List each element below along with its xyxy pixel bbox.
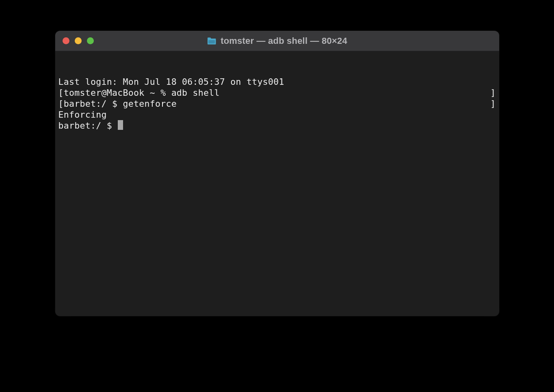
terminal-line: [tomster@MacBook ~ % adb shell] — [58, 87, 496, 98]
terminal-line-text: [tomster@MacBook ~ % adb shell — [58, 87, 220, 98]
terminal-line: [barbet:/ $ getenforce] — [58, 98, 496, 109]
terminal-line-text: [barbet:/ $ getenforce — [58, 98, 177, 109]
terminal-line: Last login: Mon Jul 18 06:05:37 on ttys0… — [58, 76, 496, 87]
window-title: tomster — adb shell — 80×24 — [221, 36, 347, 46]
terminal-line-text: Enforcing — [58, 109, 107, 120]
traffic-lights — [55, 37, 94, 44]
close-button[interactable] — [63, 37, 69, 44]
title-bar[interactable]: tomster — adb shell — 80×24 — [55, 31, 499, 51]
svg-rect-0 — [208, 40, 215, 43]
terminal-body[interactable]: Last login: Mon Jul 18 06:05:37 on ttys0… — [55, 51, 499, 316]
title-area: tomster — adb shell — 80×24 — [55, 36, 499, 46]
maximize-button[interactable] — [87, 37, 94, 44]
terminal-line: Enforcing — [58, 109, 496, 120]
minimize-button[interactable] — [75, 37, 82, 44]
terminal-line-text: barbet:/ $ — [58, 120, 123, 131]
terminal-line-right: ] — [490, 98, 496, 109]
folder-icon — [207, 37, 216, 45]
terminal-line-text: Last login: Mon Jul 18 06:05:37 on ttys0… — [58, 76, 284, 87]
terminal-line: barbet:/ $ — [58, 120, 496, 131]
cursor — [118, 120, 123, 130]
terminal-window: tomster — adb shell — 80×24 Last login: … — [55, 31, 499, 316]
terminal-line-right: ] — [490, 87, 496, 98]
